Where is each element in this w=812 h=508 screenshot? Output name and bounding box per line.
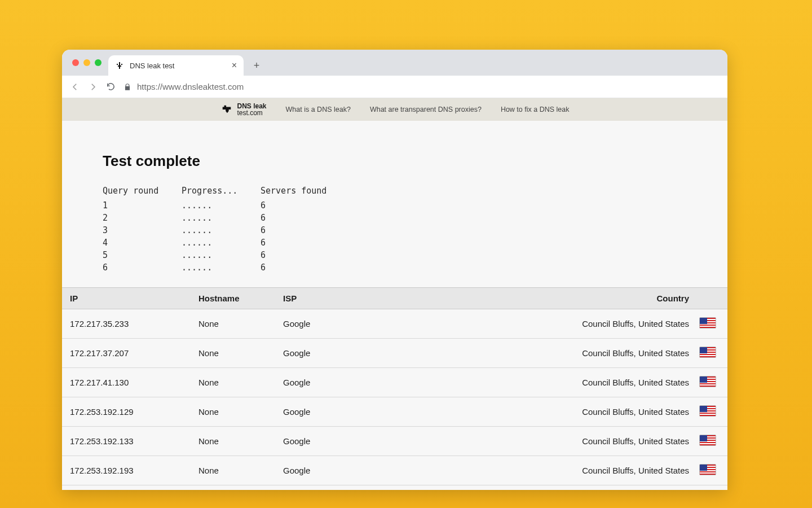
browser-window: DNS leak test × + https://www.dnsleaktes… <box>62 50 727 490</box>
cell-flag <box>696 368 727 397</box>
col-query-round: Query round <box>103 186 182 196</box>
progress-cell-found: 6 <box>261 250 351 260</box>
progress-cell-progress: ...... <box>182 262 261 273</box>
cell-ip: 172.253.192.193 <box>62 456 192 485</box>
cell-ip: 172.253.192.129 <box>62 397 192 427</box>
close-tab-icon[interactable]: × <box>232 60 237 71</box>
cell-hostname: None <box>192 427 276 456</box>
reload-icon[interactable] <box>106 82 116 91</box>
cell-isp: Google <box>276 427 549 456</box>
cell-country: Council Bluffs, United States <box>549 397 696 427</box>
cell-ip: 172.217.35.233 <box>62 309 192 339</box>
progress-cell-round: 2 <box>103 213 182 223</box>
flag-us-icon <box>699 376 716 387</box>
cell-flag <box>696 485 727 491</box>
results-table: IP Hostname ISP Country 172.217.35.233No… <box>62 287 727 490</box>
cell-flag <box>696 309 727 339</box>
cell-ip: 172.217.41.130 <box>62 368 192 397</box>
flag-us-icon <box>699 317 716 329</box>
table-row: 172.217.41.130NoneGoogleCouncil Bluffs, … <box>62 368 727 397</box>
cell-isp: Google <box>276 309 549 339</box>
col-servers-found: Servers found <box>261 186 351 196</box>
browser-toolbar: https://www.dnsleaktest.com <box>62 76 727 98</box>
cell-country: Council Bluffs, United States <box>549 339 696 368</box>
faucet-icon <box>220 104 233 115</box>
progress-cell-progress: ...... <box>182 250 261 260</box>
progress-cell-found: 6 <box>261 200 351 211</box>
nav-what-is-dns-leak[interactable]: What is a DNS leak? <box>286 106 351 113</box>
col-hostname: Hostname <box>192 288 276 309</box>
brand-text: DNS leak test.com <box>237 103 267 116</box>
flag-us-icon <box>699 347 716 358</box>
cell-hostname: None <box>192 368 276 397</box>
url-text: https://www.dnsleaktest.com <box>137 82 244 91</box>
progress-cell-progress: ...... <box>182 213 261 223</box>
cell-hostname: None <box>192 339 276 368</box>
cell-isp: Google <box>276 368 549 397</box>
site-logo[interactable]: DNS leak test.com <box>220 103 267 116</box>
tab-title: DNS leak test <box>130 62 226 70</box>
window-controls <box>70 50 107 76</box>
cell-ip: 172.217.37.207 <box>62 339 192 368</box>
progress-cell-found: 6 <box>261 213 351 223</box>
progress-cell-round: 1 <box>103 200 182 211</box>
progress-cell-found: 6 <box>261 238 351 248</box>
cell-isp: Google <box>276 397 549 427</box>
progress-cell-found: 6 <box>261 262 351 273</box>
progress-cell-progress: ...... <box>182 225 261 235</box>
address-bar[interactable]: https://www.dnsleaktest.com <box>123 82 720 91</box>
col-isp: ISP <box>276 288 549 309</box>
cell-flag <box>696 427 727 456</box>
cell-country: Council Bluffs, United States <box>549 456 696 485</box>
lock-icon <box>123 83 131 91</box>
new-tab-button[interactable]: + <box>248 57 265 74</box>
col-progress: Progress... <box>182 186 261 196</box>
cell-flag <box>696 456 727 485</box>
page-title: Test complete <box>103 152 687 170</box>
close-window-icon[interactable] <box>72 59 79 66</box>
flag-us-icon <box>699 405 716 417</box>
table-row: 172.253.192.194NoneGoogleCouncil Bluffs,… <box>62 485 727 491</box>
cell-hostname: None <box>192 309 276 339</box>
cell-ip: 172.253.192.133 <box>62 427 192 456</box>
cell-country: Council Bluffs, United States <box>549 368 696 397</box>
cell-country: Council Bluffs, United States <box>549 485 696 491</box>
flag-us-icon <box>699 435 716 446</box>
progress-cell-round: 4 <box>103 238 182 248</box>
flag-us-icon <box>699 464 716 475</box>
table-row: 172.253.192.133NoneGoogleCouncil Bluffs,… <box>62 427 727 456</box>
tab-strip: DNS leak test × + <box>62 50 727 76</box>
progress-cell-round: 5 <box>103 250 182 260</box>
cell-hostname: None <box>192 485 276 491</box>
page-content: Test complete Query round Progress... Se… <box>62 121 727 490</box>
table-row: 172.217.37.207NoneGoogleCouncil Bluffs, … <box>62 339 727 368</box>
cell-ip: 172.253.192.194 <box>62 485 192 491</box>
maximize-window-icon[interactable] <box>95 59 102 66</box>
table-header-row: IP Hostname ISP Country <box>62 288 727 309</box>
cell-hostname: None <box>192 397 276 427</box>
col-ip: IP <box>62 288 192 309</box>
minimize-window-icon[interactable] <box>83 59 90 66</box>
table-row: 172.217.35.233NoneGoogleCouncil Bluffs, … <box>62 309 727 339</box>
cell-isp: Google <box>276 456 549 485</box>
cell-flag <box>696 339 727 368</box>
progress-cell-found: 6 <box>261 225 351 235</box>
progress-cell-progress: ...... <box>182 200 261 211</box>
back-icon[interactable] <box>70 82 80 92</box>
progress-cell-progress: ...... <box>182 238 261 248</box>
col-country: Country <box>549 288 696 309</box>
favicon-icon <box>115 61 124 70</box>
cell-hostname: None <box>192 456 276 485</box>
nav-how-to-fix[interactable]: How to fix a DNS leak <box>501 106 570 113</box>
cell-flag <box>696 397 727 427</box>
progress-cell-round: 3 <box>103 225 182 235</box>
cell-country: Council Bluffs, United States <box>549 427 696 456</box>
col-flag <box>696 288 727 309</box>
browser-tab[interactable]: DNS leak test × <box>108 55 244 76</box>
forward-icon[interactable] <box>88 82 98 92</box>
cell-country: Council Bluffs, United States <box>549 309 696 339</box>
results-table-wrap: IP Hostname ISP Country 172.217.35.233No… <box>62 287 727 490</box>
site-header: DNS leak test.com What is a DNS leak? Wh… <box>62 98 727 121</box>
nav-transparent-proxies[interactable]: What are transparent DNS proxies? <box>370 106 482 113</box>
table-row: 172.253.192.129NoneGoogleCouncil Bluffs,… <box>62 397 727 427</box>
